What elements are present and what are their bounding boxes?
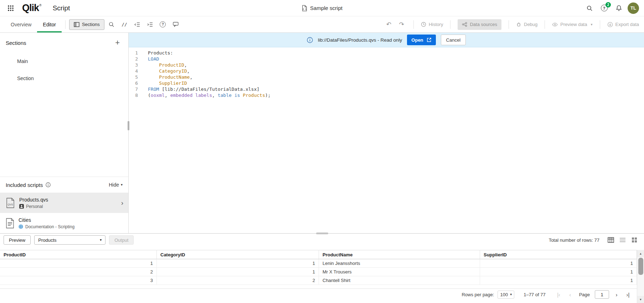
column-header[interactable]: CategoryID [157,250,319,259]
prev-page-button[interactable]: ‹ [566,291,574,298]
notification-badge: 2 [606,2,611,7]
scrollbar-thumb[interactable] [638,258,643,275]
scroll-down-button[interactable]: ▼ [637,296,644,303]
avatar[interactable]: TL [628,2,639,14]
table-cell: 1 [157,268,319,276]
code-line[interactable]: 4 CategoryID, [129,68,644,74]
table-cell: 1 [0,259,157,268]
script-code-editor[interactable]: 1Products:2LOAD3 ProductID,4 CategoryID,… [129,47,644,233]
section-item-section[interactable]: Section [0,70,128,87]
outdent-button[interactable] [132,19,143,30]
preview-toggle-button[interactable]: Preview [4,235,31,245]
first-page-button[interactable]: |‹ [555,291,563,298]
comment-toggle-button[interactable]: // [119,19,130,30]
sections-title: Sections [6,40,26,46]
help-button[interactable]: ? 2 [598,2,610,14]
history-button[interactable]: History [421,22,443,27]
code-text: ProductID, [143,62,187,68]
syntax-help-button[interactable]: ? [157,19,169,30]
included-script-products[interactable]: QVS Products.qvs Personal › [0,193,128,213]
output-toggle-button[interactable]: Output [109,235,134,245]
info-icon [46,182,51,187]
list-view-button[interactable] [618,235,627,245]
chevron-down-icon: ▾ [510,293,512,296]
script-file-icon [302,5,307,11]
rows-per-page-label: Rows per page: [462,292,494,297]
data-sources-icon [462,22,467,27]
code-line[interactable]: 2LOAD [129,56,644,62]
add-section-button[interactable]: + [115,39,120,47]
page-input[interactable] [595,290,609,299]
info-icon [307,37,313,43]
table-row: 21Mr X Trousers1 [0,268,644,276]
script-name: Products.qvs [19,197,48,203]
top-bar: Qlik® Script Sample script ? 2 TL [0,0,644,16]
comment-bubble-button[interactable] [170,19,181,30]
search-button[interactable] [584,2,595,14]
next-page-button[interactable]: › [613,291,620,298]
section-item-main[interactable]: Main [0,53,128,70]
code-line[interactable]: 1Products: [129,50,644,56]
column-header[interactable]: ProductName [319,250,480,259]
indent-icon [147,22,153,27]
chevron-down-icon: ▾ [100,238,102,242]
included-script-cities[interactable]: Cities Documentation - Scripting [0,213,128,233]
line-number: 2 [129,56,143,62]
code-text: SupplierID [143,80,187,86]
comment-icon [173,22,179,27]
notifications-button[interactable] [613,2,624,14]
table-cell: Mr X Trousers [319,268,480,276]
data-sources-button[interactable]: Data sources [458,19,501,30]
document-title: Sample script [310,5,342,11]
code-line[interactable]: 3 ProductID, [129,62,644,68]
app-launcher-button[interactable] [5,3,16,14]
export-data-button[interactable]: Export data [607,22,639,27]
code-line[interactable]: 6 SupplierID [129,80,644,86]
toolbar-divider [450,20,450,29]
toolbar-divider [545,20,545,29]
next-page-icon: › [616,292,618,298]
outdent-icon [134,22,140,27]
search-script-button[interactable] [106,19,117,30]
open-button[interactable]: Open [407,35,436,45]
rows-per-page-select[interactable]: 100 ▾ [498,291,514,299]
last-page-button[interactable]: ›| [624,291,632,298]
code-line[interactable]: 8(ooxml, embedded labels, table is Produ… [129,92,644,98]
column-header[interactable]: ProductID [0,250,157,259]
table-cell: 2 [157,276,319,285]
preview-controls: Preview Products ▾ Output Total number o… [0,234,644,246]
sections-toggle-button[interactable]: Sections [69,19,104,30]
code-line[interactable]: 5 ProductName, [129,74,644,80]
code-text: LOAD [143,56,159,62]
code-line[interactable]: 7FROM [lib://DataFiles/TutorialData.xlsx… [129,86,644,92]
table-view-button[interactable] [606,235,615,245]
undo-button[interactable]: ↶ [384,20,393,29]
hide-included-scripts-button[interactable]: Hide ▾ [109,182,123,188]
total-rows-label: Total number of rows: 77 [549,237,599,243]
grid-icon [7,5,14,11]
row-range-label: 1–77 of 77 [524,292,545,297]
tab-editor[interactable]: Editor [37,16,62,32]
indent-button[interactable] [144,19,156,30]
banner-message: lib://DataFiles/Products.qvs - Read only [318,37,402,43]
table-scrollbar[interactable]: ▲ ▼ [637,250,644,303]
sidebar-resize-handle[interactable] [128,121,129,130]
table-cell: 1 [480,268,637,276]
sidebar-spacer [0,87,128,177]
column-header[interactable]: SupplierID [480,250,637,259]
cancel-button[interactable]: Cancel [441,35,466,45]
debug-button[interactable]: Debug [516,22,537,27]
preview-data-caret-button[interactable]: ▾ [591,23,592,26]
qvs-file-icon: QVS [6,198,15,208]
scroll-up-button[interactable]: ▲ [637,250,644,257]
scrollbar-track[interactable] [637,257,644,296]
open-icon [427,37,432,42]
table-cell: Lenin Jeansshorts [319,259,480,268]
tab-overview[interactable]: Overview [5,16,37,32]
redo-button[interactable]: ↷ [397,20,406,29]
table-select[interactable]: Products ▾ [34,235,105,245]
grid-view-button[interactable] [630,235,639,245]
preview-data-button[interactable]: Preview data [552,22,587,27]
logo-text: Qlik [22,2,39,14]
split-drag-handle[interactable] [316,233,328,234]
